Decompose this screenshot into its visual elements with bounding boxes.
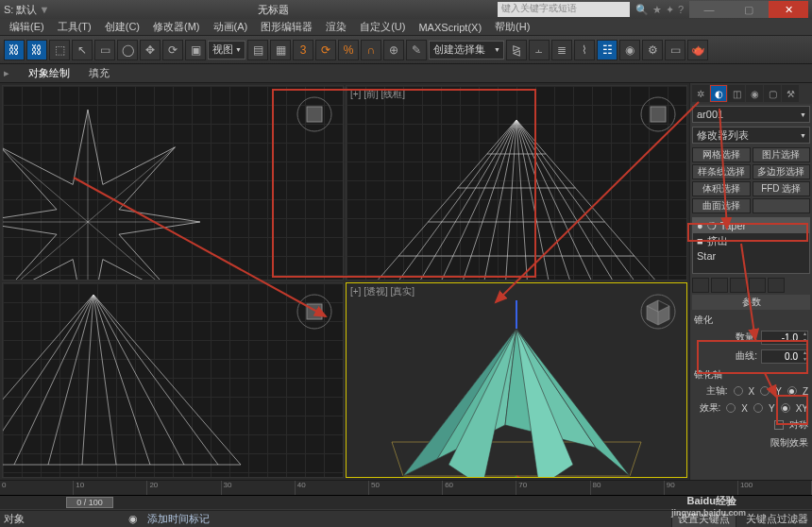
pivot2-icon[interactable]: ▦ — [270, 40, 291, 60]
select-rect-icon[interactable]: ▭ — [94, 40, 115, 60]
close-button[interactable]: ✕ — [769, 1, 808, 18]
effect-x[interactable] — [726, 403, 736, 413]
amount-spinner[interactable]: -1.0 — [761, 331, 808, 345]
create-tab-icon[interactable]: ✲ — [692, 85, 709, 102]
modify-tab-icon[interactable]: ◐ — [710, 85, 727, 102]
display-tab-icon[interactable]: ▢ — [764, 85, 781, 102]
hierarchy-tab-icon[interactable]: ◫ — [728, 85, 745, 102]
sel-vol[interactable]: 体积选择 — [692, 181, 751, 196]
help-search[interactable]: 键入关键字或短语 — [498, 2, 630, 17]
curve-ed-icon[interactable]: ⌇ — [574, 40, 595, 60]
curve-spinner[interactable]: 0.0 — [761, 349, 808, 364]
effect-y[interactable] — [753, 403, 763, 413]
symmetry-check[interactable] — [774, 420, 784, 430]
sel-spline[interactable]: 样条线选择 — [692, 164, 751, 179]
mat-ed-icon[interactable]: ◉ — [619, 40, 640, 60]
viewport-front[interactable]: [+] [前] [线框] — [346, 85, 687, 280]
stack-extrude[interactable]: ■挤出 — [693, 233, 809, 248]
panel-tabs: ✲ ◐ ◫ ◉ ▢ ⚒ — [690, 83, 812, 104]
search-icon[interactable]: 🔍 — [635, 4, 649, 16]
named-selset-dropdown[interactable]: 创建选择集 — [429, 41, 504, 60]
remove-mod-icon[interactable] — [749, 278, 766, 293]
sel-patch[interactable]: 图片选择 — [753, 147, 811, 162]
primary-y[interactable] — [760, 386, 770, 396]
sel-surf[interactable]: 曲面选择 — [692, 198, 751, 213]
unique-icon[interactable] — [730, 278, 747, 293]
ribbon-tabs: ▸ 对象绘制 填充 — [0, 64, 812, 83]
refcoord-dropdown[interactable]: 视图 — [208, 41, 245, 60]
unlink-icon[interactable]: ⛓ — [26, 40, 47, 60]
pct-snap-icon[interactable]: % — [338, 40, 359, 60]
svg-line-22 — [14, 295, 93, 465]
tab-object-paint[interactable]: 对象绘制 — [28, 66, 70, 80]
menu-item[interactable]: 图形编辑器 — [255, 20, 318, 34]
primary-x[interactable] — [734, 386, 743, 396]
primary-z[interactable] — [787, 386, 797, 396]
viewport-top[interactable] — [2, 85, 344, 280]
maximize-button[interactable]: ▢ — [729, 1, 769, 18]
svg-line-23 — [48, 295, 93, 465]
menu-item[interactable]: 编辑(E) — [4, 20, 50, 34]
render-frame-icon[interactable]: ▭ — [665, 40, 685, 60]
menu-item[interactable]: 帮助(H) — [489, 20, 535, 34]
menu-item[interactable]: 创建(C) — [99, 20, 145, 34]
object-name[interactable]: ar001 — [692, 106, 810, 123]
menu-item[interactable]: 动画(A) — [208, 20, 254, 34]
menubar: 编辑(E) 工具(T) 创建(C) 修改器(M) 动画(A) 图形编辑器 渲染 … — [0, 19, 812, 36]
svg-line-25 — [93, 295, 116, 465]
show-end-icon[interactable] — [711, 278, 728, 293]
titlebar: S: 默认 ▼ 无标题 键入关键字或短语 🔍 ★ ✦ ? — ▢ ✕ — [0, 0, 812, 19]
render-setup-icon[interactable]: ⚙ — [642, 40, 663, 60]
bind-icon[interactable]: ⬚ — [49, 40, 70, 60]
render-icon[interactable]: 🫖 — [687, 40, 708, 60]
keyfilter-link[interactable]: 关键点过滤器 — [746, 512, 808, 526]
minimize-button[interactable]: — — [689, 1, 729, 18]
sel-blank[interactable] — [753, 198, 811, 213]
magnet-icon[interactable]: ∩ — [361, 40, 381, 60]
stack-star[interactable]: Star — [693, 248, 809, 264]
stack-taper[interactable]: ●❍Taper — [693, 218, 809, 233]
add-time-tag[interactable]: 添加时间标记 — [147, 512, 210, 526]
star-icon[interactable]: ★ — [652, 4, 662, 16]
scale-icon[interactable]: ▣ — [185, 40, 206, 60]
svg-line-21 — [3, 295, 93, 465]
svg-line-8 — [516, 120, 528, 280]
menu-item[interactable]: 修改器(M) — [147, 20, 206, 34]
angle-snap-icon[interactable]: ⟳ — [315, 40, 336, 60]
pin-stack-icon[interactable] — [692, 278, 709, 293]
sel-ffd[interactable]: FFD 选择 — [753, 181, 811, 196]
select-circ-icon[interactable]: ◯ — [117, 40, 138, 60]
tab-populate[interactable]: 填充 — [89, 66, 110, 80]
snap-icon[interactable]: 3 — [293, 40, 313, 60]
svg-line-24 — [82, 295, 93, 465]
rotate-icon[interactable]: ⟳ — [162, 40, 183, 60]
move-icon[interactable]: ✥ — [140, 40, 161, 60]
svg-line-28 — [93, 295, 218, 465]
effect-z[interactable] — [781, 403, 790, 413]
svg-line-7 — [505, 120, 516, 280]
spinner-icon[interactable]: ⊕ — [383, 40, 404, 60]
modifier-list-dropdown[interactable]: 修改器列表 — [692, 127, 810, 144]
edit-icon[interactable]: ✎ — [406, 40, 427, 60]
schematic-icon[interactable]: ☷ — [597, 40, 617, 60]
motion-tab-icon[interactable]: ◉ — [746, 85, 763, 102]
menu-item[interactable]: 自定义(U) — [354, 20, 411, 34]
utilities-tab-icon[interactable]: ⚒ — [782, 85, 799, 102]
sel-poly[interactable]: 多边形选择 — [753, 164, 811, 179]
menu-item[interactable]: 工具(T) — [52, 20, 97, 34]
mirror-icon[interactable]: ⧎ — [506, 40, 527, 60]
menu-item[interactable]: 渲染 — [320, 20, 352, 34]
params-header[interactable]: 参数 — [692, 295, 810, 310]
viewport-perspective[interactable]: [+] [透视] [真实] — [346, 282, 687, 478]
menu-item[interactable]: MAXScript(X) — [413, 22, 487, 33]
align-icon[interactable]: ⫠ — [529, 40, 550, 60]
sel-mesh[interactable]: 网格选择 — [692, 147, 751, 162]
viewport-left[interactable] — [2, 282, 344, 478]
layers-icon[interactable]: ≣ — [551, 40, 572, 60]
config-icon[interactable] — [768, 278, 785, 293]
pivot-icon[interactable]: ▤ — [247, 40, 268, 60]
help-icon[interactable]: ? — [678, 4, 684, 16]
select-link-icon[interactable]: ⛓ — [4, 40, 25, 60]
gear-icon[interactable]: ✦ — [666, 4, 674, 16]
cursor-icon[interactable]: ↖ — [72, 40, 93, 60]
